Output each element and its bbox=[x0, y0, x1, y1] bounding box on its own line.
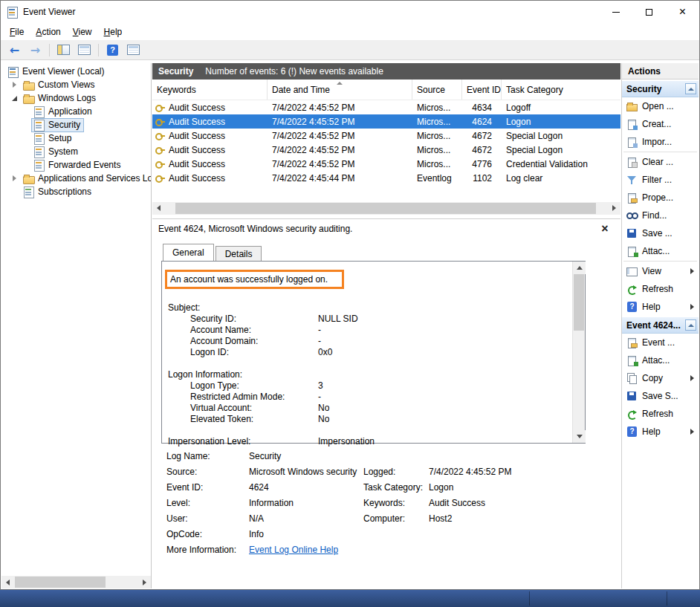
tree-item-windows-logs[interactable]: Windows Logs bbox=[1, 91, 151, 105]
scroll-left-button[interactable] bbox=[152, 202, 165, 215]
clear-icon bbox=[626, 157, 638, 168]
scroll-down-button[interactable] bbox=[573, 430, 586, 443]
column-header-source[interactable]: Source bbox=[412, 79, 462, 100]
detail-label: Logon Information: bbox=[168, 369, 242, 380]
preview-title: Event 4624, Microsoft Windows security a… bbox=[158, 224, 352, 234]
list-horizontal-scrollbar[interactable] bbox=[152, 202, 620, 214]
minimize-button[interactable] bbox=[599, 1, 632, 23]
event-properties-icon bbox=[626, 337, 638, 348]
action-label: Open ... bbox=[642, 101, 674, 111]
list-scroll-thumb[interactable] bbox=[175, 203, 596, 214]
collapsed-expander-icon[interactable] bbox=[7, 172, 21, 185]
action-refresh[interactable]: Refresh bbox=[622, 280, 699, 298]
column-label: Task Category bbox=[506, 85, 563, 95]
event-row[interactable]: Audit Success7/4/2022 4:45:52 PMMicros..… bbox=[152, 157, 620, 171]
tree-horizontal-scrollbar[interactable] bbox=[1, 576, 151, 588]
description-vertical-scrollbar[interactable] bbox=[572, 262, 585, 443]
tab-details[interactable]: Details bbox=[215, 246, 262, 261]
menu-action[interactable]: Action bbox=[30, 25, 66, 39]
action-clear[interactable]: Clear ... bbox=[622, 153, 699, 171]
column-header-date-and-time[interactable]: Date and Time bbox=[268, 79, 412, 100]
forward-button[interactable] bbox=[26, 42, 45, 58]
action-label: Save S... bbox=[642, 391, 678, 401]
action-prope[interactable]: Prope... bbox=[622, 189, 699, 207]
detail-value: - bbox=[318, 392, 321, 402]
tree-item-system[interactable]: System bbox=[1, 145, 151, 158]
event-cell-event-id: 4672 bbox=[462, 129, 502, 143]
cell-text: Micros... bbox=[417, 131, 450, 141]
column-header-event-id[interactable]: Event ID bbox=[462, 79, 502, 100]
actions-section-header-event-4624[interactable]: Event 4624... bbox=[622, 317, 699, 334]
collapsed-expander-icon[interactable] bbox=[7, 78, 21, 91]
console-tree-panel: Event Viewer (Local)Custom ViewsWindows … bbox=[1, 63, 152, 588]
tree-item-application[interactable]: Application bbox=[1, 105, 151, 118]
close-button[interactable] bbox=[666, 1, 699, 23]
actions-section-header-security[interactable]: Security bbox=[622, 81, 699, 97]
event-detail-line: Virtual Account:No bbox=[168, 403, 567, 414]
column-header-task-category[interactable]: Task Category bbox=[502, 79, 623, 100]
close-preview-button[interactable] bbox=[598, 222, 612, 236]
event-viewer-window: Event Viewer FileActionViewHelp Event Vi… bbox=[0, 0, 700, 590]
back-button[interactable] bbox=[5, 42, 24, 58]
action-label: Filter ... bbox=[642, 175, 672, 185]
tree-item-custom-views[interactable]: Custom Views bbox=[1, 78, 151, 91]
tree-item-setup[interactable]: Setup bbox=[1, 132, 151, 145]
tree-node: Setup bbox=[31, 132, 75, 146]
collapse-section-icon[interactable] bbox=[685, 319, 696, 331]
action-help[interactable]: Help bbox=[622, 423, 699, 441]
tree-scroll-thumb[interactable] bbox=[15, 577, 106, 588]
event-row[interactable]: Audit Success7/4/2022 4:45:52 PMMicros..… bbox=[152, 100, 620, 114]
tree-item-forwarded-events[interactable]: Forwarded Events bbox=[1, 158, 151, 172]
action-find[interactable]: Find... bbox=[622, 207, 699, 224]
tree-scroll-track[interactable] bbox=[14, 576, 138, 588]
field-label: User: bbox=[166, 513, 188, 524]
list-scroll-track[interactable] bbox=[165, 202, 608, 215]
action-attac[interactable]: Attac... bbox=[622, 351, 699, 369]
expanded-expander-icon[interactable] bbox=[7, 91, 21, 105]
action-refresh[interactable]: Refresh bbox=[622, 405, 699, 423]
event-row[interactable]: Audit Success7/4/2022 4:45:52 PMMicros..… bbox=[152, 129, 620, 143]
event-row[interactable]: Audit Success7/4/2022 4:45:44 PMEventlog… bbox=[152, 171, 620, 185]
event-row[interactable]: Audit Success7/4/2022 4:45:52 PMMicros..… bbox=[152, 114, 620, 129]
event-cell-date-and-time: 7/4/2022 4:45:44 PM bbox=[268, 171, 412, 185]
tree-item-subscriptions[interactable]: Subscriptions bbox=[1, 185, 151, 198]
action-help[interactable]: Help bbox=[622, 298, 699, 316]
action-label: Save ... bbox=[642, 228, 673, 238]
tab-general[interactable]: General bbox=[163, 244, 214, 261]
event-row[interactable]: Audit Success7/4/2022 4:45:52 PMMicros..… bbox=[152, 143, 620, 157]
event-log-online-help-link[interactable]: Event Log Online Help bbox=[249, 545, 338, 555]
menu-view[interactable]: View bbox=[67, 25, 98, 39]
action-view[interactable]: View bbox=[622, 262, 699, 280]
show-console-tree-button[interactable] bbox=[54, 42, 73, 58]
properties-button[interactable] bbox=[75, 42, 94, 58]
action-label: View bbox=[642, 266, 661, 276]
action-attac[interactable]: Attac... bbox=[622, 242, 699, 260]
action-impor[interactable]: Impor... bbox=[622, 133, 699, 151]
help-button[interactable] bbox=[103, 42, 122, 58]
maximize-button[interactable] bbox=[632, 1, 666, 23]
action-copy[interactable]: Copy bbox=[622, 369, 699, 387]
show-action-pane-button[interactable] bbox=[124, 42, 143, 58]
collapse-section-icon[interactable] bbox=[685, 83, 696, 94]
scroll-right-button[interactable] bbox=[138, 576, 151, 588]
tree-item-security[interactable]: Security bbox=[1, 118, 151, 132]
event-cell-date-and-time: 7/4/2022 4:45:52 PM bbox=[268, 129, 412, 143]
show-console-tree-icon bbox=[57, 45, 70, 55]
action-save-s[interactable]: Save S... bbox=[622, 387, 699, 405]
event-cell-keywords: Audit Success bbox=[152, 157, 268, 171]
menu-help[interactable]: Help bbox=[98, 25, 129, 39]
column-label: Source bbox=[417, 85, 445, 95]
menu-file[interactable]: File bbox=[4, 25, 30, 39]
action-event[interactable]: Event ... bbox=[622, 334, 699, 351]
tree-item-event-viewer-local[interactable]: Event Viewer (Local) bbox=[1, 65, 151, 78]
scroll-left-button[interactable] bbox=[1, 576, 14, 588]
scroll-up-button[interactable] bbox=[573, 262, 586, 274]
action-open[interactable]: Open ... bbox=[622, 97, 699, 115]
column-header-keywords[interactable]: Keywords bbox=[152, 79, 268, 100]
action-creat[interactable]: Creat... bbox=[622, 115, 699, 133]
description-scroll-thumb[interactable] bbox=[574, 274, 584, 331]
action-filter[interactable]: Filter ... bbox=[622, 171, 699, 189]
action-save[interactable]: Save ... bbox=[622, 224, 699, 242]
scroll-right-button[interactable] bbox=[608, 202, 620, 215]
tree-item-applications-and-services-lo[interactable]: Applications and Services Lo bbox=[1, 172, 151, 185]
